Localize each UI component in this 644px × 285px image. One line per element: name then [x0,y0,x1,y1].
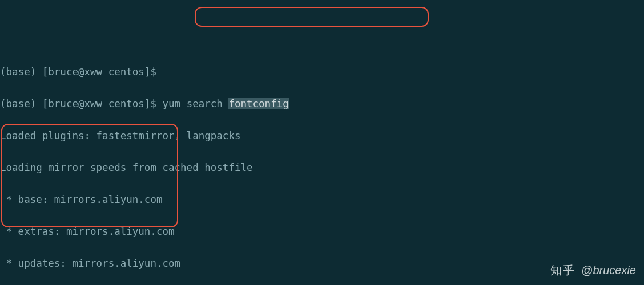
watermark-site: 知乎 [550,262,575,278]
terminal-output-line: * base: mirrors.aliyun.com [0,192,644,207]
terminal-line-prev-prompt: (base) [bruce@xww centos]$ [0,64,644,80]
watermark: 知乎 @brucexie [550,262,636,278]
selected-search-term[interactable]: fontconfig [228,98,288,109]
terminal-output-line: * extras: mirrors.aliyun.com [0,223,644,239]
terminal-output-line: Loaded plugins: fastestmirror, langpacks [0,128,644,144]
terminal-output-line: Loading mirror speeds from cached hostfi… [0,160,644,176]
terminal-line-prompt: (base) [bruce@xww centos]$ yum search fo… [0,96,644,112]
highlight-box-command [195,7,429,27]
command-text: yum search [162,98,228,109]
watermark-user: @brucexie [581,262,636,278]
terminal-output-line: * updates: mirrors.aliyun.com [0,255,644,271]
